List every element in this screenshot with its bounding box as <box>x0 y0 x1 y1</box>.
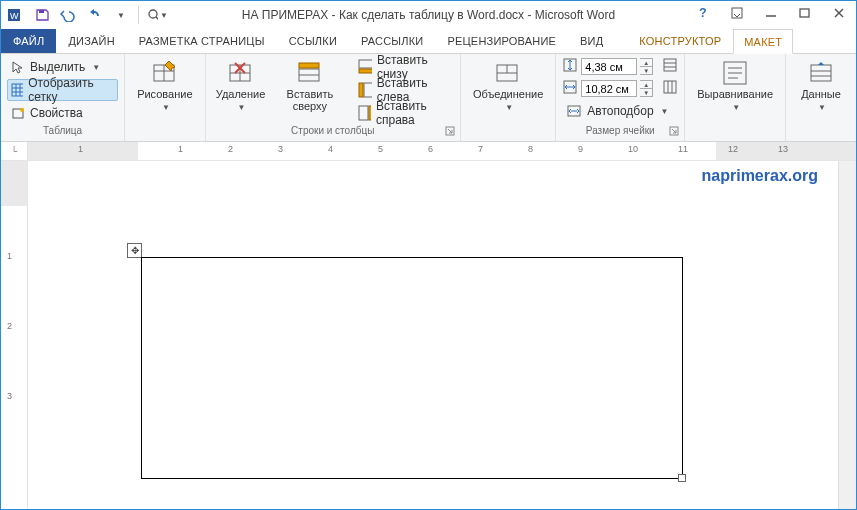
row-height-input[interactable] <box>581 58 637 75</box>
svg-point-3 <box>149 10 157 18</box>
svg-rect-29 <box>359 69 372 73</box>
table-move-handle-icon[interactable]: ✥ <box>127 243 142 258</box>
tab-references[interactable]: ССЫЛКИ <box>277 29 349 53</box>
alignment-label: Выравнивание <box>697 88 773 100</box>
minimize-icon[interactable] <box>754 1 788 25</box>
data-label: Данные <box>801 88 841 100</box>
view-gridlines-label: Отобразить сетку <box>28 76 114 104</box>
chevron-down-icon: ▼ <box>640 67 652 74</box>
column-width-input[interactable] <box>581 80 637 97</box>
group-cell-size-label: Размер ячейки <box>586 125 655 136</box>
group-draw: Рисование▼ <box>125 54 205 141</box>
tab-table-layout[interactable]: МАКЕТ <box>733 29 793 54</box>
ruler-row: └ 1 1 2 3 4 5 6 7 8 9 10 11 12 13 <box>1 142 856 161</box>
table-cell[interactable] <box>141 257 683 479</box>
window-controls: ? <box>686 1 856 25</box>
draw-button[interactable]: Рисование▼ <box>131 56 198 116</box>
svg-rect-10 <box>12 84 23 96</box>
delete-label: Удаление <box>216 88 266 100</box>
title-bar: W ▼ ▼ НА ПРИМЕРАX - Как сделать таблицу … <box>1 1 856 29</box>
column-width-icon <box>562 79 578 98</box>
horizontal-ruler[interactable]: 1 1 2 3 4 5 6 7 8 9 10 11 12 13 <box>28 142 856 160</box>
group-rows-columns-launcher-icon[interactable] <box>444 126 456 138</box>
ribbon-tabs: ФАЙЛ ДИЗАЙН РАЗМЕТКА СТРАНИЦЫ ССЫЛКИ РАС… <box>1 29 856 54</box>
group-merge: Объединение▼ <box>461 54 556 141</box>
group-table: Выделить ▼ Отобразить сетку Свойства Таб… <box>1 54 125 141</box>
autofit-label: Автоподбор <box>587 104 653 118</box>
svg-rect-43 <box>664 81 676 93</box>
ruler-corner: └ <box>1 142 28 160</box>
view-gridlines-button[interactable]: Отобразить сетку <box>7 79 118 101</box>
document-area: 1 2 3 naprimerax.org ✥ <box>1 161 856 509</box>
svg-rect-32 <box>359 106 368 120</box>
vertical-ruler[interactable]: 1 2 3 <box>1 161 28 509</box>
save-icon[interactable] <box>31 4 53 26</box>
ribbon: Выделить ▼ Отобразить сетку Свойства Таб… <box>1 54 856 142</box>
tab-page-layout[interactable]: РАЗМЕТКА СТРАНИЦЫ <box>127 29 277 53</box>
undo-icon[interactable] <box>57 4 79 26</box>
draw-label: Рисование <box>137 88 192 100</box>
merge-button[interactable]: Объединение▼ <box>467 56 549 116</box>
svg-rect-31 <box>359 83 363 97</box>
insert-right-label: Вставить справа <box>376 99 450 127</box>
chevron-down-icon: ▼ <box>640 89 652 96</box>
svg-rect-52 <box>811 65 831 81</box>
alignment-button[interactable]: Выравнивание▼ <box>691 56 779 116</box>
distribute-rows-icon[interactable] <box>662 57 678 76</box>
insert-right-button[interactable]: Вставить справа <box>354 102 454 124</box>
maximize-icon[interactable] <box>788 1 822 25</box>
column-width-spin[interactable]: ▲▼ <box>640 80 653 97</box>
chevron-up-icon: ▲ <box>640 59 652 67</box>
group-alignment: Выравнивание▼ <box>685 54 786 141</box>
touch-mode-icon[interactable]: ▼ <box>146 4 168 26</box>
delete-button[interactable]: Удаление▼ <box>212 56 270 116</box>
redo-icon[interactable] <box>83 4 105 26</box>
group-rows-columns-label: Строки и столбцы <box>291 125 374 136</box>
group-data: Данные▼ <box>786 54 856 141</box>
insert-left-button[interactable]: Вставить слева <box>354 79 454 101</box>
qat-dropdown-icon[interactable]: ▼ <box>109 4 131 26</box>
insert-above-label: Вставить сверху <box>287 88 334 112</box>
group-rows-columns: Удаление▼ Вставить сверху Вставить снизу… <box>206 54 461 141</box>
distribute-columns-icon[interactable] <box>662 79 678 98</box>
svg-line-4 <box>156 17 158 20</box>
tab-design[interactable]: ДИЗАЙН <box>56 29 126 53</box>
svg-rect-2 <box>39 10 44 13</box>
svg-rect-33 <box>369 106 371 120</box>
properties-button[interactable]: Свойства <box>7 102 118 124</box>
svg-rect-7 <box>800 9 809 17</box>
insert-below-button[interactable]: Вставить снизу <box>354 56 454 78</box>
help-icon[interactable]: ? <box>686 1 720 25</box>
select-button[interactable]: Выделить ▼ <box>7 56 118 78</box>
watermark: naprimerax.org <box>702 167 818 185</box>
svg-point-16 <box>20 108 24 112</box>
tab-table-design[interactable]: КОНСТРУКТОР <box>627 29 733 53</box>
row-height-icon <box>562 57 578 76</box>
autofit-button[interactable]: Автоподбор ▼ <box>562 100 678 122</box>
row-height-spin[interactable]: ▲▼ <box>640 58 653 75</box>
insert-above-button[interactable]: Вставить сверху <box>270 56 351 114</box>
quick-access-toolbar: W ▼ ▼ <box>1 4 168 26</box>
group-table-label: Таблица <box>43 125 82 136</box>
chevron-up-icon: ▲ <box>640 81 652 89</box>
data-button[interactable]: Данные▼ <box>792 56 850 116</box>
svg-rect-27 <box>299 63 319 68</box>
tab-file[interactable]: ФАЙЛ <box>1 29 56 53</box>
word-window: W ▼ ▼ НА ПРИМЕРАX - Как сделать таблицу … <box>0 0 857 510</box>
svg-rect-30 <box>364 83 372 97</box>
document-page[interactable]: naprimerax.org ✥ <box>28 161 856 509</box>
close-icon[interactable] <box>822 1 856 25</box>
table-resize-handle-icon[interactable] <box>678 474 686 482</box>
tab-review[interactable]: РЕЦЕНЗИРОВАНИЕ <box>435 29 568 53</box>
group-cell-size-launcher-icon[interactable] <box>668 126 680 138</box>
tab-mailings[interactable]: РАССЫЛКИ <box>349 29 435 53</box>
select-label: Выделить <box>30 60 85 74</box>
svg-rect-39 <box>664 59 676 71</box>
svg-text:W: W <box>10 11 19 21</box>
svg-rect-28 <box>359 60 372 68</box>
ribbon-display-icon[interactable] <box>720 1 754 25</box>
tab-view[interactable]: ВИД <box>568 29 615 53</box>
group-cell-size: ▲▼ ▲▼ Автоподбор ▼ <box>556 54 685 141</box>
word-app-icon[interactable]: W <box>5 4 27 26</box>
vertical-scrollbar[interactable] <box>838 161 856 509</box>
